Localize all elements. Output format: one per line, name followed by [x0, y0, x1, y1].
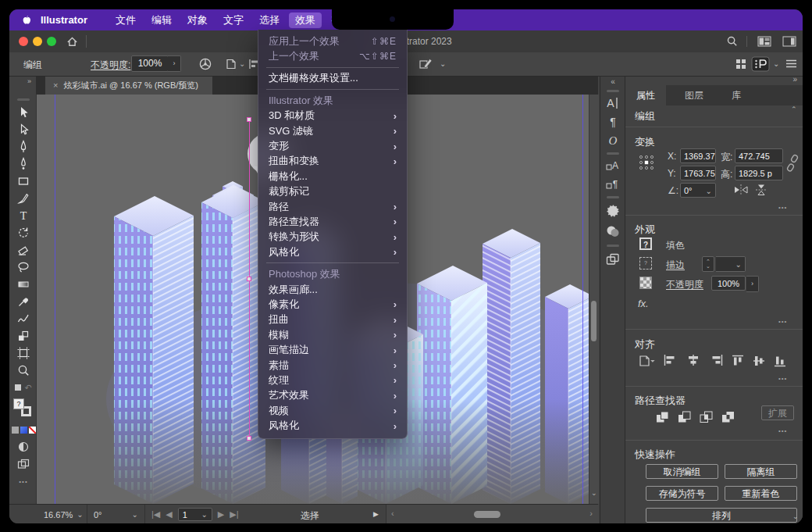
eraser-tool[interactable]	[11, 241, 36, 259]
menu-item-stylize-ps[interactable]: 风格化›	[258, 418, 407, 433]
constrain-proportions-button[interactable]	[786, 154, 799, 173]
menu-item-rasterize[interactable]: 栅格化...	[258, 169, 407, 184]
character-panel-button[interactable]: A	[600, 95, 625, 112]
align-bottom-button[interactable]	[774, 354, 786, 368]
artboard-options-button[interactable]	[225, 58, 237, 70]
first-artboard-button[interactable]: |◀	[151, 509, 160, 520]
tab-libraries[interactable]: 库	[721, 85, 752, 105]
selection-handle[interactable]	[247, 436, 251, 441]
x-input[interactable]: 1369.37	[680, 148, 716, 163]
direct-selection-tool[interactable]	[11, 121, 36, 138]
menu-item-distort-ps[interactable]: 扭曲›	[258, 312, 407, 327]
horizontal-scrollbar-thumb[interactable]	[474, 511, 500, 518]
y-input[interactable]: 1763.75	[680, 166, 716, 180]
eyedropper-tool[interactable]	[11, 293, 36, 310]
last-artboard-button[interactable]: ▶|	[230, 509, 238, 520]
type-tool[interactable]: T	[11, 207, 36, 224]
color-chip-none[interactable]	[29, 427, 36, 434]
pathfinder-intersect-button[interactable]	[699, 410, 714, 424]
search-button[interactable]	[726, 35, 739, 48]
toolbar-header[interactable]: »	[11, 76, 36, 95]
horizontal-scrollbar[interactable]: ‹ ›	[386, 505, 599, 523]
opacity-label[interactable]: 不透明度:	[91, 59, 130, 72]
chevron-down-icon[interactable]: ⌄	[440, 59, 446, 68]
paintbrush-tool[interactable]	[11, 190, 36, 207]
draw-mode-button[interactable]	[11, 455, 36, 473]
align-to-selector[interactable]	[638, 354, 657, 368]
scroll-left-icon[interactable]: ‹	[391, 509, 394, 518]
expand-button[interactable]: 扩展	[761, 405, 794, 420]
recolor-artwork-button[interactable]	[198, 57, 212, 71]
align-left-button[interactable]	[663, 354, 677, 366]
align-top-button[interactable]	[732, 354, 744, 368]
fill-swatch[interactable]: ?	[639, 237, 652, 250]
stroke-weight-dropdown[interactable]: ⌄	[716, 256, 746, 272]
menu-item-convert-to-shape[interactable]: 转换为形状›	[258, 230, 407, 245]
menu-item-stylize-ai[interactable]: 风格化›	[258, 245, 407, 259]
menu-item-brush-strokes[interactable]: 画笔描边›	[258, 342, 407, 357]
artboards-panel-button[interactable]	[600, 251, 625, 268]
vertical-scrollbar-thumb[interactable]	[591, 301, 597, 341]
flip-vertical-button[interactable]	[755, 184, 767, 196]
fill-proxy-swatch[interactable]: ?	[13, 398, 24, 409]
menu-item-last-effect[interactable]: 上一个效果⌥⇧⌘E	[258, 48, 407, 63]
selection-handle[interactable]	[247, 117, 251, 122]
isolate-group-button[interactable]: 隔离组	[725, 464, 797, 479]
pathfinder-minus-front-button[interactable]	[677, 410, 693, 424]
menu-item-artistic[interactable]: 艺术效果›	[258, 388, 407, 403]
menu-item-sketch[interactable]: 素描›	[258, 358, 407, 373]
status-options-icon[interactable]: ▶	[373, 510, 379, 518]
symbol-sprayer-tool[interactable]	[11, 327, 36, 345]
align-center-vertical-button[interactable]	[753, 354, 765, 368]
menu-item-warp[interactable]: 变形›	[258, 138, 407, 153]
menubar-item-object[interactable]: 对象	[181, 12, 214, 28]
menu-item-apply-last-effect[interactable]: 应用上一个效果⇧⌘E	[258, 34, 407, 48]
scroll-up-icon[interactable]: ⌃	[791, 105, 797, 113]
fill-label[interactable]: 填色	[666, 239, 685, 252]
artboard-number-dropdown[interactable]: 1⌄	[178, 508, 212, 521]
appearance-opacity-input[interactable]: 100%	[711, 276, 746, 291]
ungroup-button[interactable]: 取消编组	[646, 464, 718, 479]
menu-item-svg-filters[interactable]: SVG 滤镜›	[258, 123, 407, 138]
stroke-weight-stepper[interactable]: ⌃ ⌄	[702, 256, 714, 272]
appearance-opacity-label[interactable]: 不透明度	[666, 278, 703, 291]
align-center-horizontal-button[interactable]	[686, 354, 700, 366]
stroke-label[interactable]: 描边	[666, 259, 685, 272]
opacity-options-button[interactable]: ›	[746, 276, 759, 292]
toolbar-grip[interactable]	[17, 98, 30, 101]
menu-item-effect-gallery[interactable]: 效果画廊...	[258, 282, 407, 297]
panel-layout-button[interactable]	[782, 36, 796, 47]
scroll-down-icon[interactable]: ⌄	[591, 489, 597, 497]
tab-properties[interactable]: 属性	[625, 85, 666, 105]
menu-item-video[interactable]: 视频›	[258, 403, 407, 418]
selection-handle[interactable]	[247, 277, 251, 281]
menubar-item-file[interactable]: 文件	[109, 12, 142, 28]
pathfinder-more-options[interactable]: •••	[778, 427, 787, 434]
menubar-app-name[interactable]: Illustrator	[41, 14, 87, 26]
close-tab-icon[interactable]: ×	[53, 80, 58, 90]
color-chip-gradient[interactable]	[20, 427, 27, 434]
app-grid-button[interactable]	[735, 59, 746, 70]
pathfinder-exclude-button[interactable]	[721, 410, 736, 424]
menu-item-distort-transform[interactable]: 扭曲和变换›	[258, 154, 407, 169]
color-chip-gray[interactable]	[12, 427, 19, 434]
color-panel-button[interactable]	[600, 202, 625, 220]
opentype-panel-button[interactable]: O	[600, 132, 625, 149]
menu-item-texture[interactable]: 纹理›	[258, 373, 407, 387]
scroll-right-icon[interactable]: ›	[589, 509, 593, 518]
opacity-input[interactable]: 100%	[131, 55, 169, 72]
gradient-tool[interactable]	[11, 276, 36, 293]
screen-mode-button[interactable]	[11, 438, 36, 455]
rotate-input[interactable]: 0°⌄	[680, 183, 716, 198]
pathfinder-unite-button[interactable]	[655, 410, 671, 424]
paragraph-styles-panel-button[interactable]: ¶	[600, 176, 625, 193]
collapse-dock-icon[interactable]: «	[600, 76, 625, 87]
color-guide-panel-button[interactable]	[600, 223, 625, 240]
menubar-item-edit[interactable]: 编辑	[145, 12, 178, 28]
rotation-dropdown[interactable]: 0°⌄	[87, 505, 145, 523]
zoom-level-dropdown[interactable]: 16.67%⌄	[37, 505, 87, 523]
chevron-down-icon[interactable]: ⌄	[239, 59, 245, 68]
arrange-documents-button[interactable]	[757, 36, 771, 47]
vertical-scrollbar[interactable]: ⌄	[589, 95, 599, 504]
scroll-down-icon[interactable]: ⌄	[792, 512, 799, 520]
